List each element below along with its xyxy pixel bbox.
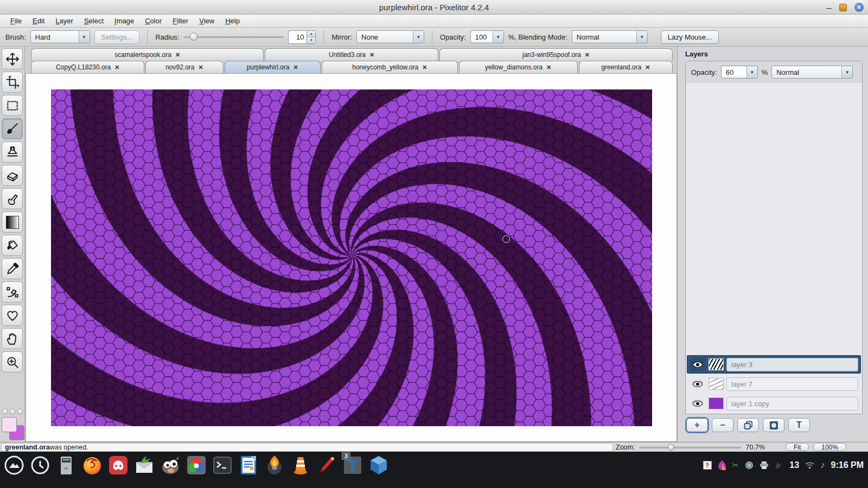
spin-down-icon[interactable]: ▼ <box>307 37 315 43</box>
blending-mode-dropdown[interactable]: Normal ▼ <box>572 30 648 43</box>
layer-name-field[interactable]: layer 7 <box>726 377 858 391</box>
lazy-mouse-button[interactable]: Lazy Mouse... <box>661 30 719 44</box>
close-tab-icon[interactable]: ✕ <box>199 64 203 71</box>
claw-tray-icon[interactable] <box>775 461 783 470</box>
menu-help[interactable]: Help <box>220 16 245 26</box>
hundred-percent-button[interactable]: 100% <box>813 443 846 451</box>
color-dot-2[interactable] <box>10 409 15 414</box>
add-layer-button[interactable]: + <box>686 418 708 432</box>
tab-untitled3[interactable]: Untitled3.ora✕ <box>265 48 438 61</box>
vlc-button[interactable] <box>288 452 314 478</box>
spin-up-icon[interactable]: ▲ <box>307 31 315 37</box>
flame-tray-icon[interactable] <box>718 460 726 470</box>
foreground-color-swatch[interactable] <box>2 417 17 432</box>
color-picker-tool-button[interactable] <box>2 258 23 279</box>
help-tray-icon[interactable]: ? <box>703 461 712 470</box>
tab-nov92[interactable]: nov92.ora✕ <box>145 61 223 73</box>
canvas-scroll-area[interactable] <box>25 73 677 442</box>
eraser-tool-button[interactable] <box>2 165 23 186</box>
gimp-button[interactable] <box>157 452 183 478</box>
shapes-tool-button[interactable] <box>2 305 23 326</box>
smudge-tool-button[interactable] <box>2 188 23 209</box>
color-app-button[interactable] <box>183 452 209 478</box>
close-tab-icon[interactable]: ✕ <box>585 52 590 59</box>
zoom-slider[interactable] <box>639 444 741 451</box>
add-text-layer-button[interactable]: T <box>788 418 810 432</box>
libreoffice-writer-button[interactable] <box>235 452 261 478</box>
radius-value[interactable]: 10 <box>288 30 307 44</box>
copyq-scissors-icon[interactable]: ✂ <box>732 460 739 470</box>
minimize-button[interactable]: – <box>826 5 832 10</box>
pixelitor-taskbar-button[interactable]: 3 <box>340 452 366 478</box>
menu-edit[interactable]: Edit <box>28 16 49 26</box>
close-tab-icon[interactable]: ✕ <box>546 64 551 71</box>
claws-mail-button[interactable] <box>131 452 157 478</box>
close-tab-icon[interactable]: ✕ <box>422 64 427 71</box>
tab-copyq[interactable]: CopyQ.L18230.ora✕ <box>31 61 144 73</box>
visibility-toggle[interactable] <box>690 377 706 391</box>
menu-image[interactable]: Image <box>110 16 139 26</box>
close-tab-icon[interactable]: ✕ <box>293 64 298 71</box>
visibility-toggle[interactable] <box>690 357 706 371</box>
file-manager-button[interactable] <box>53 452 79 478</box>
tab-jan3-win95spoof[interactable]: jan3-win95spoof.ora✕ <box>439 48 673 61</box>
tab-yellow-diamons[interactable]: yellow_diamons.ora✕ <box>459 61 578 73</box>
menu-file[interactable]: File <box>5 16 27 26</box>
pen-tool-button[interactable] <box>2 281 23 303</box>
pen-app-button[interactable] <box>314 452 340 478</box>
add-layer-mask-button[interactable] <box>763 418 784 432</box>
menu-filter[interactable]: Filter <box>168 16 193 26</box>
layer-row-layer3[interactable]: layer 3 <box>687 355 861 374</box>
close-button[interactable]: ✕ <box>854 3 864 12</box>
brush-settings-button[interactable]: Settings... <box>94 30 140 44</box>
close-tab-icon[interactable]: ✕ <box>369 52 374 59</box>
color-dot-1[interactable] <box>2 409 8 414</box>
music-note-tray-icon[interactable]: ♪ <box>820 460 825 471</box>
layer-thumbnail[interactable] <box>709 397 724 409</box>
discord-button[interactable] <box>105 452 131 478</box>
clone-stamp-tool-button[interactable] <box>2 142 23 163</box>
firefox-button[interactable] <box>79 452 105 478</box>
layer-thumbnail[interactable] <box>709 358 724 370</box>
crop-tool-button[interactable] <box>2 72 23 93</box>
tab-scamalertspook[interactable]: scamalertspook.ora✕ <box>31 48 264 61</box>
menu-color[interactable]: Color <box>140 16 167 26</box>
wifi-tray-icon[interactable] <box>805 461 814 469</box>
menu-select[interactable]: Select <box>79 16 108 26</box>
layer-row-layer7[interactable]: layer 7 <box>687 375 861 393</box>
clock-app-button[interactable] <box>27 452 53 478</box>
move-tool-button[interactable] <box>2 48 23 69</box>
delete-layer-button[interactable]: − <box>712 418 733 432</box>
gradient-tool-button[interactable] <box>2 211 23 233</box>
selection-tool-button[interactable] <box>2 95 23 116</box>
layer-name-field[interactable]: layer 1 copy <box>726 397 858 410</box>
radius-slider[interactable] <box>183 30 284 43</box>
tab-greenland[interactable]: greenland.ora✕ <box>579 61 673 73</box>
radius-spinner[interactable]: 10 ▲ ▼ <box>288 30 316 44</box>
zoom-slider-thumb[interactable] <box>668 444 674 451</box>
coin-tray-icon[interactable] <box>745 461 754 470</box>
mirror-dropdown[interactable]: None ▼ <box>356 30 424 43</box>
layer-blend-mode-dropdown[interactable]: Normal ▼ <box>771 66 853 79</box>
layer-name-field[interactable]: layer 3 <box>726 358 858 371</box>
brush-tool-button[interactable] <box>2 118 23 139</box>
menu-view[interactable]: View <box>194 16 219 26</box>
opacity-dropdown[interactable]: 100 ▼ <box>470 30 504 43</box>
radius-slider-thumb[interactable] <box>190 33 198 41</box>
maximize-button[interactable] <box>839 4 847 11</box>
duplicate-layer-button[interactable] <box>737 418 759 432</box>
close-tab-icon[interactable]: ✕ <box>175 52 180 59</box>
disc-burner-button[interactable] <box>261 452 288 478</box>
menu-layer[interactable]: Layer <box>50 16 78 26</box>
printer-tray-icon[interactable] <box>760 461 769 470</box>
color-variation-buttons[interactable] <box>2 409 23 414</box>
brush-type-dropdown[interactable]: Hard ▼ <box>30 30 90 43</box>
layer-opacity-dropdown[interactable]: 60 ▼ <box>721 66 758 79</box>
hand-tool-button[interactable] <box>2 328 23 349</box>
fit-button[interactable]: Fit <box>786 443 809 451</box>
virtualbox-button[interactable] <box>366 452 392 478</box>
color-dot-3[interactable] <box>17 409 23 414</box>
visibility-toggle[interactable] <box>690 396 706 410</box>
close-tab-icon[interactable]: ✕ <box>114 64 119 71</box>
zoom-tool-button[interactable] <box>2 351 23 373</box>
